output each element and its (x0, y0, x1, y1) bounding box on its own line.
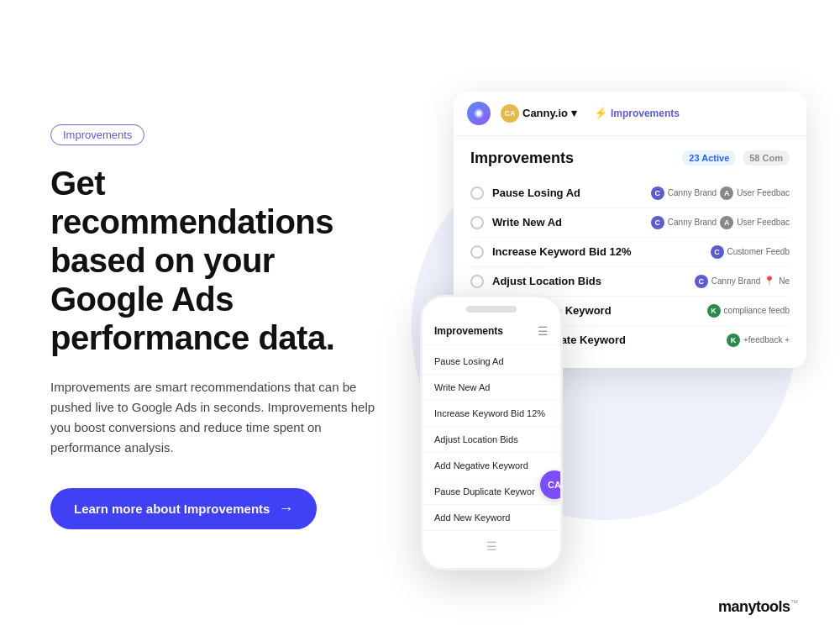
phone-list-item-4[interactable]: Adjust Location Bids (423, 427, 560, 453)
row-label-4: Adjust Location Bids (492, 275, 686, 287)
row-label-2: Write New Ad (492, 216, 643, 229)
row-tags-1: C Canny Brand A User Feedbac (651, 187, 790, 200)
phone-avatar: CA (540, 470, 563, 499)
main-container: Improvements Get recommendations based o… (0, 0, 840, 636)
completed-badge: 58 Com (743, 150, 790, 166)
brand-superscript: ™ (790, 598, 799, 607)
stats-badges: 23 Active 58 Com (682, 150, 790, 166)
phone-list-item-7[interactable]: Add New Keyword (423, 505, 560, 531)
tag-text-4b: Ne (779, 276, 790, 286)
company-name: Canny.io (522, 107, 568, 119)
tag-c-icon-2: C (651, 216, 664, 229)
tag-text-1b: User Feedbac (737, 188, 790, 197)
tag-text-5a: compliance feedb (724, 306, 790, 315)
tag-text-2b: User Feedbac (737, 218, 790, 227)
improvement-row-4[interactable]: Adjust Location Bids C Canny Brand 📍 Ne (470, 267, 790, 297)
right-panel: CA Canny.io ▾ ⚡ Improvements Improvement… (403, 75, 806, 579)
phone-notch (466, 306, 517, 313)
tag-c-icon: C (651, 187, 664, 200)
row-label-3: Increase Keyword Bid 12% (492, 245, 702, 258)
active-badge: 23 Active (682, 150, 736, 166)
phone-content: Improvements ☰ Pause Losing Ad Write New… (423, 318, 560, 568)
phone-title: Improvements (434, 325, 503, 337)
row-checkbox-2[interactable] (470, 216, 484, 229)
category-badge: Improvements (50, 124, 144, 145)
main-headline: Get recommendations based on your Google… (50, 164, 386, 357)
company-label: CA Canny.io ▾ (501, 104, 577, 123)
phone-header: Improvements ☰ (423, 318, 560, 345)
tag-text-3a: Customer Feedb (727, 247, 790, 256)
location-icon: 📍 (764, 276, 775, 286)
phone-list-item-3[interactable]: Increase Keyword Bid 12% (423, 401, 560, 427)
phone-list-item-5[interactable]: Add Negative Keyword (423, 453, 560, 479)
improvement-row-1[interactable]: Pause Losing Ad C Canny Brand A User Fee… (470, 179, 790, 208)
cta-button[interactable]: Learn more about Improvements → (50, 488, 317, 529)
tag-text-2a: Canny Brand (668, 218, 717, 227)
improvements-tab[interactable]: ⚡ Improvements (594, 107, 680, 119)
lightning-icon: ⚡ (594, 107, 607, 119)
row-tags-6: K +feedback + (727, 334, 790, 347)
tag-k-icon-5: K (707, 304, 721, 318)
row-tags-2: C Canny Brand A User Feedbac (651, 216, 790, 229)
tag-c-icon-3: C (711, 245, 724, 259)
footer-brand: manytools™ (718, 598, 798, 616)
row-label-1: Pause Losing Ad (492, 187, 643, 199)
company-avatar: CA (501, 104, 519, 123)
tag-text-1a: Canny Brand (668, 188, 717, 197)
mobile-phone: Improvements ☰ Pause Losing Ad Write New… (420, 295, 563, 570)
section-title: Improvements (470, 150, 574, 167)
phone-bottom-icon: ☰ (486, 539, 497, 553)
tag-text-4a: Canny Brand (711, 276, 760, 286)
row-tags-4: C Canny Brand 📍 Ne (695, 275, 790, 288)
tag-k-icon-6: K (727, 334, 740, 347)
phone-bottom-bar: ☰ (423, 534, 560, 555)
tab-label: Improvements (611, 108, 680, 119)
tag-c-icon-4: C (695, 275, 708, 288)
phone-menu-icon[interactable]: ☰ (538, 324, 549, 338)
row-checkbox-1[interactable] (470, 187, 484, 200)
tag-text-6a: +feedback + (743, 335, 790, 344)
phone-list: Pause Losing Ad Write New Ad Increase Ke… (423, 345, 560, 534)
svg-point-0 (477, 111, 481, 115)
improvement-row-3[interactable]: Increase Keyword Bid 12% C Customer Feed… (470, 238, 790, 267)
desktop-topbar: CA Canny.io ▾ ⚡ Improvements (454, 92, 806, 136)
phone-list-item-1[interactable]: Pause Losing Ad (423, 349, 560, 375)
improvement-row-2[interactable]: Write New Ad C Canny Brand A User Feedba… (470, 208, 790, 238)
tag-a-icon: A (720, 187, 733, 200)
brand-icon (467, 102, 491, 125)
brand-text-tools: tools (756, 598, 790, 615)
cta-label: Learn more about Improvements (74, 502, 270, 516)
left-panel: Improvements Get recommendations based o… (50, 124, 403, 529)
row-tags-3: C Customer Feedb (711, 245, 790, 259)
section-title-bar: Improvements 23 Active 58 Com (470, 150, 790, 167)
arrow-icon: → (278, 500, 293, 518)
row-checkbox-3[interactable] (470, 245, 484, 259)
brand-text-many: many (718, 598, 756, 615)
row-tags-5: K compliance feedb (707, 304, 790, 318)
description-text: Improvements are smart recommendations t… (50, 377, 386, 458)
tag-a-icon-2: A (720, 216, 733, 229)
phone-list-item-2[interactable]: Write New Ad (423, 375, 560, 401)
row-checkbox-4[interactable] (470, 275, 484, 288)
